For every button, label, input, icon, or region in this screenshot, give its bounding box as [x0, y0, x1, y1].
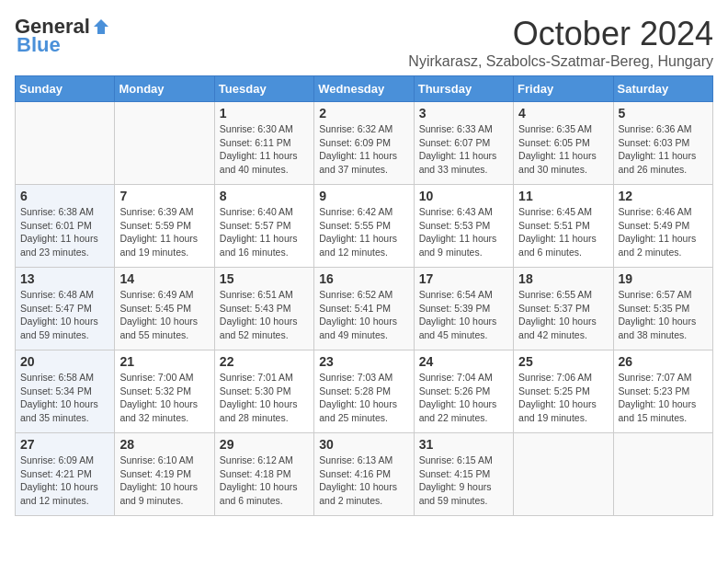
day-info: Sunrise: 6:32 AM Sunset: 6:09 PM Dayligh… — [319, 122, 408, 177]
header: General Blue October 2024 Nyirkarasz, Sz… — [15, 15, 713, 70]
weekday-header-row: SundayMondayTuesdayWednesdayThursdayFrid… — [16, 76, 713, 102]
calendar-cell: 15Sunrise: 6:51 AM Sunset: 5:43 PM Dayli… — [214, 268, 313, 350]
calendar-cell: 2Sunrise: 6:32 AM Sunset: 6:09 PM Daylig… — [314, 102, 414, 185]
calendar-cell: 4Sunrise: 6:35 AM Sunset: 6:05 PM Daylig… — [514, 102, 613, 185]
day-info: Sunrise: 6:09 AM Sunset: 4:21 PM Dayligh… — [20, 454, 109, 508]
calendar-cell: 6Sunrise: 6:38 AM Sunset: 6:01 PM Daylig… — [16, 185, 115, 268]
calendar-cell: 1Sunrise: 6:30 AM Sunset: 6:11 PM Daylig… — [214, 102, 313, 185]
calendar-cell: 20Sunrise: 6:58 AM Sunset: 5:34 PM Dayli… — [16, 350, 115, 433]
day-info: Sunrise: 6:46 AM Sunset: 5:49 PM Dayligh… — [619, 205, 708, 259]
day-info: Sunrise: 6:57 AM Sunset: 5:35 PM Dayligh… — [619, 288, 708, 342]
day-info: Sunrise: 6:49 AM Sunset: 5:45 PM Dayligh… — [119, 288, 209, 342]
calendar-cell: 23Sunrise: 7:03 AM Sunset: 5:28 PM Dayli… — [314, 350, 414, 433]
weekday-header-sunday: Sunday — [16, 76, 115, 102]
calendar-cell: 21Sunrise: 7:00 AM Sunset: 5:32 PM Dayli… — [115, 350, 214, 433]
day-number: 20 — [20, 354, 109, 369]
week-row-3: 13Sunrise: 6:48 AM Sunset: 5:47 PM Dayli… — [16, 268, 713, 350]
calendar-cell: 19Sunrise: 6:57 AM Sunset: 5:35 PM Dayli… — [613, 268, 712, 350]
day-info: Sunrise: 6:54 AM Sunset: 5:39 PM Dayligh… — [419, 288, 508, 342]
weekday-header-thursday: Thursday — [414, 76, 513, 102]
day-number: 16 — [319, 271, 408, 286]
calendar-cell: 25Sunrise: 7:06 AM Sunset: 5:25 PM Dayli… — [514, 350, 613, 433]
day-number: 11 — [518, 189, 608, 203]
day-info: Sunrise: 6:45 AM Sunset: 5:51 PM Dayligh… — [518, 205, 608, 259]
calendar-cell: 28Sunrise: 6:10 AM Sunset: 4:19 PM Dayli… — [115, 433, 214, 516]
day-number: 13 — [20, 271, 109, 286]
day-info: Sunrise: 6:55 AM Sunset: 5:37 PM Dayligh… — [518, 288, 608, 342]
day-info: Sunrise: 7:03 AM Sunset: 5:28 PM Dayligh… — [319, 371, 408, 425]
calendar-cell: 24Sunrise: 7:04 AM Sunset: 5:26 PM Dayli… — [414, 350, 513, 433]
location-title: Nyirkarasz, Szabolcs-Szatmar-Bereg, Hung… — [408, 53, 713, 70]
day-number: 28 — [119, 437, 209, 452]
day-number: 7 — [119, 189, 209, 203]
day-info: Sunrise: 6:43 AM Sunset: 5:53 PM Dayligh… — [419, 205, 508, 259]
svg-marker-0 — [94, 19, 108, 34]
day-info: Sunrise: 7:01 AM Sunset: 5:30 PM Dayligh… — [220, 371, 309, 425]
calendar-cell: 31Sunrise: 6:15 AM Sunset: 4:15 PM Dayli… — [414, 433, 513, 516]
day-info: Sunrise: 6:42 AM Sunset: 5:55 PM Dayligh… — [319, 205, 408, 259]
calendar-cell: 30Sunrise: 6:13 AM Sunset: 4:16 PM Dayli… — [314, 433, 414, 516]
logo-blue-text: Blue — [17, 33, 61, 57]
day-number: 15 — [220, 271, 309, 286]
day-info: Sunrise: 6:52 AM Sunset: 5:41 PM Dayligh… — [319, 288, 408, 342]
weekday-header-wednesday: Wednesday — [314, 76, 414, 102]
day-info: Sunrise: 6:39 AM Sunset: 5:59 PM Dayligh… — [119, 205, 209, 259]
day-info: Sunrise: 6:30 AM Sunset: 6:11 PM Dayligh… — [220, 122, 309, 177]
day-info: Sunrise: 7:06 AM Sunset: 5:25 PM Dayligh… — [518, 371, 608, 425]
calendar-cell: 9Sunrise: 6:42 AM Sunset: 5:55 PM Daylig… — [314, 185, 414, 268]
day-number: 26 — [619, 354, 708, 369]
day-info: Sunrise: 6:38 AM Sunset: 6:01 PM Dayligh… — [20, 205, 109, 259]
day-number: 27 — [20, 437, 109, 452]
calendar-cell: 12Sunrise: 6:46 AM Sunset: 5:49 PM Dayli… — [613, 185, 712, 268]
logo: General Blue — [15, 15, 110, 57]
day-number: 8 — [220, 189, 309, 203]
day-number: 2 — [319, 106, 408, 121]
day-number: 10 — [419, 189, 508, 203]
day-info: Sunrise: 6:10 AM Sunset: 4:19 PM Dayligh… — [119, 454, 209, 508]
title-area: October 2024 Nyirkarasz, Szabolcs-Szatma… — [408, 15, 713, 70]
day-info: Sunrise: 7:07 AM Sunset: 5:23 PM Dayligh… — [619, 371, 708, 425]
day-number: 21 — [119, 354, 209, 369]
calendar-cell: 8Sunrise: 6:40 AM Sunset: 5:57 PM Daylig… — [214, 185, 313, 268]
day-info: Sunrise: 6:40 AM Sunset: 5:57 PM Dayligh… — [220, 205, 309, 259]
day-number: 19 — [619, 271, 708, 286]
day-number: 5 — [619, 106, 708, 121]
calendar-cell — [514, 433, 613, 516]
logo-icon — [92, 17, 110, 36]
day-info: Sunrise: 6:36 AM Sunset: 6:03 PM Dayligh… — [619, 122, 708, 177]
week-row-1: 1Sunrise: 6:30 AM Sunset: 6:11 PM Daylig… — [16, 102, 713, 185]
day-info: Sunrise: 6:58 AM Sunset: 5:34 PM Dayligh… — [20, 371, 109, 425]
calendar-cell: 14Sunrise: 6:49 AM Sunset: 5:45 PM Dayli… — [115, 268, 214, 350]
day-info: Sunrise: 6:33 AM Sunset: 6:07 PM Dayligh… — [419, 122, 508, 177]
day-number: 17 — [419, 271, 508, 286]
day-number: 3 — [419, 106, 508, 121]
day-number: 9 — [319, 189, 408, 203]
day-info: Sunrise: 6:51 AM Sunset: 5:43 PM Dayligh… — [220, 288, 309, 342]
week-row-4: 20Sunrise: 6:58 AM Sunset: 5:34 PM Dayli… — [16, 350, 713, 433]
calendar-cell: 13Sunrise: 6:48 AM Sunset: 5:47 PM Dayli… — [16, 268, 115, 350]
day-number: 18 — [518, 271, 608, 286]
calendar-cell: 3Sunrise: 6:33 AM Sunset: 6:07 PM Daylig… — [414, 102, 513, 185]
day-number: 31 — [419, 437, 508, 452]
weekday-header-tuesday: Tuesday — [214, 76, 313, 102]
day-number: 1 — [220, 106, 309, 121]
day-number: 22 — [220, 354, 309, 369]
day-number: 12 — [619, 189, 708, 203]
day-number: 23 — [319, 354, 408, 369]
day-number: 4 — [518, 106, 608, 121]
day-info: Sunrise: 6:15 AM Sunset: 4:15 PM Dayligh… — [419, 454, 508, 508]
day-info: Sunrise: 6:12 AM Sunset: 4:18 PM Dayligh… — [220, 454, 309, 508]
month-title: October 2024 — [408, 15, 713, 53]
calendar-cell: 5Sunrise: 6:36 AM Sunset: 6:03 PM Daylig… — [613, 102, 712, 185]
weekday-header-saturday: Saturday — [613, 76, 712, 102]
calendar-cell — [16, 102, 115, 185]
calendar-cell: 26Sunrise: 7:07 AM Sunset: 5:23 PM Dayli… — [613, 350, 712, 433]
day-number: 25 — [518, 354, 608, 369]
calendar-cell: 27Sunrise: 6:09 AM Sunset: 4:21 PM Dayli… — [16, 433, 115, 516]
calendar-cell: 7Sunrise: 6:39 AM Sunset: 5:59 PM Daylig… — [115, 185, 214, 268]
day-info: Sunrise: 6:35 AM Sunset: 6:05 PM Dayligh… — [518, 122, 608, 177]
day-info: Sunrise: 6:13 AM Sunset: 4:16 PM Dayligh… — [319, 454, 408, 508]
calendar: SundayMondayTuesdayWednesdayThursdayFrid… — [15, 75, 713, 516]
week-row-5: 27Sunrise: 6:09 AM Sunset: 4:21 PM Dayli… — [16, 433, 713, 516]
calendar-cell: 10Sunrise: 6:43 AM Sunset: 5:53 PM Dayli… — [414, 185, 513, 268]
